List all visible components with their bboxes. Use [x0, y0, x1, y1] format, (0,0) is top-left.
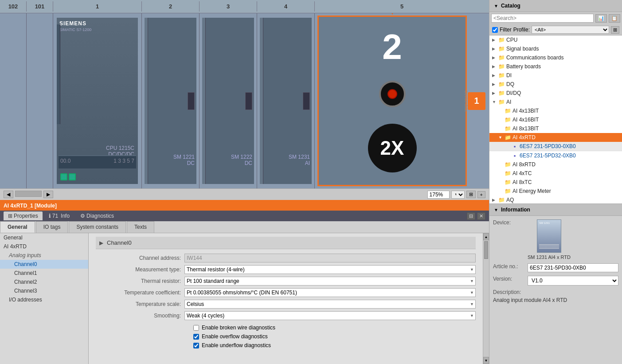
tree-item-ai-4x13bit[interactable]: ▶ 📁 AI 4x13BIT [489, 106, 622, 115]
props-icon: ⊞ [8, 213, 12, 219]
smoothing-row: Smoothing: Weak (4 cycles) [96, 311, 476, 320]
description-section: Description: Analog input module AI4 x R… [493, 289, 618, 303]
diagnostics-tab[interactable]: ⚙ Diagnostics [76, 211, 118, 220]
tree-item-6es7-5pd32[interactable]: ▶ ▪ 6ES7 231-5PD32-0XB0 [489, 151, 622, 160]
zoom-select[interactable]: ▼ [451, 191, 465, 199]
thermal-resistor-select[interactable]: Pt 100 standard range [184, 277, 476, 286]
module-2x-badge: 2X [368, 124, 417, 172]
nav-item-ai4xrtd[interactable]: AI 4xRTD [0, 242, 88, 251]
tree-item-ai-8xtc[interactable]: ▶ 📁 AI 8xTC [489, 178, 622, 187]
catalog-profile-label: Profile: [513, 27, 530, 33]
tree-item-6es7-5pd30[interactable]: ▶ ▪ 6ES7 231-5PD30-0XB0 [489, 142, 622, 151]
version-select[interactable]: V1.0 [528, 276, 618, 286]
catalog-profile-btn[interactable]: ⊞ [611, 26, 619, 34]
catalog-profile-select[interactable]: <All> [532, 26, 609, 34]
version-row: Version: V1.0 [493, 276, 618, 286]
catalog-filter-checkbox[interactable] [492, 27, 498, 33]
zoom-input[interactable]: 175% [427, 191, 450, 199]
tab-texts[interactable]: Texts [127, 221, 154, 233]
smoothing-select[interactable]: Weak (4 cycles) [184, 311, 476, 320]
grid-col-3: SM 1222 DC [200, 13, 257, 188]
measurement-type-select[interactable]: Thermal resistor (4-wire) [184, 265, 476, 274]
scroll-down-btn[interactable]: ▼ [483, 357, 489, 364]
channel-header[interactable]: ▶ Channel0 [96, 237, 476, 249]
article-row: Article no.: [493, 263, 618, 272]
tree-item-ai-energy-meter[interactable]: ▶ 📁 AI Energy Meter [489, 187, 622, 196]
temp-scale-row: Temperature scale: Celsius [96, 300, 476, 309]
tree-item-ai-4x16bit[interactable]: ▶ 📁 AI 4x16BIT [489, 115, 622, 124]
grid-col-2: SM 1221 DC [142, 13, 200, 188]
temp-scale-select[interactable]: Celsius [184, 300, 476, 309]
overflow-row: Enable overflow diagnostics [96, 333, 476, 340]
nav-item-general[interactable]: General [0, 233, 88, 242]
scroll-indicator [15, 191, 42, 197]
article-input [528, 263, 618, 272]
nav-item-analog-inputs[interactable]: Analog inputs [0, 251, 88, 260]
tree-item-cpu[interactable]: ▶ 📁 CPU [489, 35, 622, 44]
nav-prev-btn[interactable]: ◀ [4, 191, 13, 198]
nav-item-channel1[interactable]: Channel1 [0, 269, 88, 278]
broken-wire-row: Enable broken wire diagnostics [96, 325, 476, 331]
tree-item-signal-boards[interactable]: ▶ 📁 Signal boards [489, 44, 622, 53]
tree-item-dq[interactable]: ▶ 📁 DQ [489, 80, 622, 89]
tree-item-ai-4xrtd[interactable]: ▼ 📁 AI 4xRTD [489, 133, 622, 142]
tree-item-ai[interactable]: ▼ 📁 AI [489, 98, 622, 106]
scroll-up-btn[interactable]: ▲ [483, 233, 489, 240]
grid-col-header-5: 5 [315, 1, 489, 12]
tree-item-comm-boards[interactable]: ▶ 📁 Communications boards [489, 53, 622, 62]
tab-io-tags[interactable]: IO tags [36, 221, 68, 233]
nav-item-channel0[interactable]: Channel0 [0, 260, 88, 269]
zoom-plus-btn[interactable]: + [477, 191, 485, 198]
panel-close-btn[interactable]: ✕ [477, 212, 485, 220]
version-label: Version: [493, 276, 524, 282]
catalog-search-input[interactable] [491, 14, 594, 23]
tab-system-constants[interactable]: System constants [69, 221, 126, 233]
nav-next-btn[interactable]: ▶ [43, 191, 53, 198]
grid-col-header-2: 2 [142, 1, 200, 12]
article-label: Article no.: [493, 263, 524, 270]
information-title: Information [501, 207, 530, 213]
overflow-checkbox[interactable] [193, 334, 199, 340]
grid-col-header-101: 101 [27, 1, 53, 12]
tree-item-battery-boards[interactable]: ▶ 📁 Battery boards [489, 62, 622, 71]
channel-address-label: Channel address: [96, 255, 184, 261]
arrow-annotation [384, 13, 400, 15]
properties-tab[interactable]: ⊞ Properties [4, 211, 43, 220]
badge-1: 1 [468, 92, 485, 110]
grid-col-5[interactable]: 2 2X 1 Device data [315, 13, 489, 188]
tree-item-di-dq[interactable]: ▶ 📁 DI/DQ [489, 89, 622, 98]
catalog-search-btn-1[interactable]: 📊 [595, 14, 607, 23]
catalog-search-btn-2[interactable]: 📋 [609, 14, 620, 23]
temp-coefficient-select[interactable]: Pt 0.00385055 ohms/ohms/°C (DIN EN 60751… [184, 288, 476, 297]
tree-item-ai-8x13bit[interactable]: ▶ 📁 AI 8x13BIT [489, 124, 622, 133]
grid-col-header-3: 3 [200, 1, 257, 12]
tree-item-di[interactable]: ▶ 📁 DI [489, 71, 622, 80]
grid-col-header-1: 1 [53, 1, 142, 12]
nav-item-channel3[interactable]: Channel3 [0, 286, 88, 295]
measurement-type-label: Measurement type: [96, 266, 184, 273]
description-label: Description: [493, 289, 618, 295]
tree-item-ai-8xrtd[interactable]: ▶ 📁 AI 8xRTD [489, 160, 622, 169]
device-image: SM 1231 [537, 219, 561, 253]
information-header: ▼ Information [489, 204, 622, 216]
info-tab[interactable]: ℹ 71 Info [44, 211, 74, 220]
tab-general[interactable]: General [0, 221, 35, 233]
channel-address-row: Channel address: [96, 254, 476, 262]
catalog-search-bar: 📊 📋 [489, 12, 622, 24]
underflow-row: Enable underflow diagnostics [96, 342, 476, 348]
broken-wire-label: Enable broken wire diagnostics [202, 325, 275, 331]
device-data-label: Device data [464, 90, 468, 112]
device-name: SM 1231 AI4 x RTD [528, 254, 571, 260]
tree-item-ai-4xtc[interactable]: ▶ 📁 AI 4xTC [489, 169, 622, 178]
temp-scale-label: Temperature scale: [96, 301, 184, 307]
broken-wire-checkbox[interactable] [193, 325, 199, 331]
catalog-filter-label: Filter [500, 27, 512, 33]
tree-item-aq[interactable]: ▶ 📁 AQ [489, 196, 622, 204]
zoom-fit-btn[interactable]: ⊞ [466, 191, 476, 198]
nav-item-channel2[interactable]: Channel2 [0, 278, 88, 286]
nav-item-io-addresses[interactable]: I/O addresses [0, 295, 88, 304]
module-panel-header: AI 4xRTD_1 [Module] [0, 201, 489, 211]
panel-expand-btn[interactable]: ⊟ [467, 212, 475, 220]
underflow-checkbox[interactable] [193, 343, 199, 348]
grid-col-101 [27, 13, 53, 188]
